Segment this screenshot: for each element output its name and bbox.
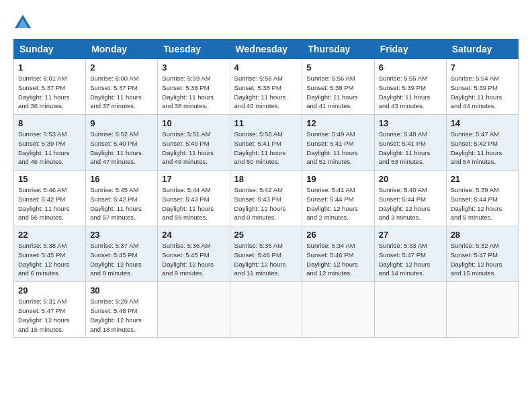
day-number: 3 [162, 62, 225, 73]
column-header-saturday: Saturday [446, 40, 518, 59]
day-number: 4 [234, 62, 298, 73]
calendar-table: SundayMondayTuesdayWednesdayThursdayFrid… [13, 39, 519, 338]
day-info: Sunrise: 5:42 AMSunset: 5:43 PMDaylight:… [234, 185, 298, 222]
calendar-cell: 25Sunrise: 5:35 AMSunset: 5:46 PMDayligh… [230, 226, 302, 282]
logo [13, 13, 35, 32]
day-info: Sunrise: 5:40 AMSunset: 5:44 PMDaylight:… [379, 185, 442, 222]
calendar-cell: 11Sunrise: 5:50 AMSunset: 5:41 PMDayligh… [230, 115, 302, 171]
day-number: 21 [451, 174, 514, 184]
calendar-cell: 17Sunrise: 5:44 AMSunset: 5:43 PMDayligh… [158, 171, 230, 226]
calendar-cell: 19Sunrise: 5:41 AMSunset: 5:44 PMDayligh… [302, 171, 374, 226]
calendar-cell: 4Sunrise: 5:58 AMSunset: 5:38 PMDaylight… [230, 59, 302, 115]
calendar-cell: 30Sunrise: 5:29 AMSunset: 5:48 PMDayligh… [86, 282, 158, 338]
calendar-cell: 14Sunrise: 5:47 AMSunset: 5:42 PMDayligh… [446, 115, 518, 171]
day-info: Sunrise: 5:53 AMSunset: 5:39 PMDaylight:… [18, 130, 81, 167]
day-number: 7 [451, 62, 514, 73]
calendar-cell: 3Sunrise: 5:59 AMSunset: 5:38 PMDaylight… [158, 59, 230, 115]
calendar-cell: 20Sunrise: 5:40 AMSunset: 5:44 PMDayligh… [374, 171, 446, 226]
calendar-week-row: 1Sunrise: 6:01 AMSunset: 5:37 PMDaylight… [14, 59, 519, 115]
calendar-cell: 28Sunrise: 5:32 AMSunset: 5:47 PMDayligh… [446, 226, 518, 282]
calendar-cell: 26Sunrise: 5:34 AMSunset: 5:46 PMDayligh… [302, 226, 374, 282]
column-header-thursday: Thursday [302, 40, 374, 59]
calendar-cell: 12Sunrise: 5:49 AMSunset: 5:41 PMDayligh… [302, 115, 374, 171]
day-number: 22 [18, 230, 81, 240]
calendar-cell [230, 282, 302, 338]
day-number: 5 [306, 62, 369, 73]
day-number: 14 [451, 118, 514, 128]
calendar-header-row: SundayMondayTuesdayWednesdayThursdayFrid… [14, 40, 519, 59]
day-info: Sunrise: 5:55 AMSunset: 5:39 PMDaylight:… [379, 74, 442, 111]
calendar-cell: 22Sunrise: 5:38 AMSunset: 5:45 PMDayligh… [14, 226, 86, 282]
day-info: Sunrise: 5:33 AMSunset: 5:47 PMDaylight:… [379, 241, 442, 278]
calendar-cell [374, 282, 446, 338]
column-header-wednesday: Wednesday [230, 40, 302, 59]
day-number: 24 [162, 230, 225, 240]
calendar-week-row: 22Sunrise: 5:38 AMSunset: 5:45 PMDayligh… [14, 226, 519, 282]
day-info: Sunrise: 5:31 AMSunset: 5:47 PMDaylight:… [18, 297, 81, 334]
calendar-cell [158, 282, 230, 338]
calendar-cell: 15Sunrise: 5:46 AMSunset: 5:42 PMDayligh… [14, 171, 86, 226]
day-number: 8 [18, 118, 81, 128]
day-number: 30 [90, 285, 153, 295]
day-info: Sunrise: 5:37 AMSunset: 5:45 PMDaylight:… [90, 241, 153, 278]
day-info: Sunrise: 5:58 AMSunset: 5:38 PMDaylight:… [234, 74, 298, 111]
day-number: 17 [162, 174, 225, 184]
day-number: 29 [18, 285, 81, 295]
calendar-cell: 29Sunrise: 5:31 AMSunset: 5:47 PMDayligh… [14, 282, 86, 338]
day-number: 11 [234, 118, 298, 128]
calendar-cell [446, 282, 518, 338]
day-info: Sunrise: 5:48 AMSunset: 5:41 PMDaylight:… [379, 130, 442, 167]
day-number: 20 [379, 174, 442, 184]
day-info: Sunrise: 5:35 AMSunset: 5:46 PMDaylight:… [234, 241, 298, 278]
day-number: 13 [379, 118, 442, 128]
calendar-cell [302, 282, 374, 338]
day-number: 27 [379, 230, 442, 240]
calendar-cell: 10Sunrise: 5:51 AMSunset: 5:40 PMDayligh… [158, 115, 230, 171]
day-number: 10 [162, 118, 225, 128]
calendar-cell: 1Sunrise: 6:01 AMSunset: 5:37 PMDaylight… [14, 59, 86, 115]
day-number: 18 [234, 174, 298, 184]
day-number: 1 [18, 62, 81, 73]
day-info: Sunrise: 5:56 AMSunset: 5:38 PMDaylight:… [306, 74, 369, 111]
calendar-cell: 16Sunrise: 5:45 AMSunset: 5:42 PMDayligh… [86, 171, 158, 226]
day-number: 25 [234, 230, 298, 240]
day-info: Sunrise: 5:32 AMSunset: 5:47 PMDaylight:… [451, 241, 514, 278]
day-number: 26 [306, 230, 369, 240]
day-info: Sunrise: 5:39 AMSunset: 5:44 PMDaylight:… [451, 185, 514, 222]
column-header-friday: Friday [374, 40, 446, 59]
day-info: Sunrise: 5:51 AMSunset: 5:40 PMDaylight:… [162, 130, 225, 167]
day-info: Sunrise: 5:45 AMSunset: 5:42 PMDaylight:… [90, 185, 153, 222]
calendar-cell: 8Sunrise: 5:53 AMSunset: 5:39 PMDaylight… [14, 115, 86, 171]
day-info: Sunrise: 5:52 AMSunset: 5:40 PMDaylight:… [90, 130, 153, 167]
day-info: Sunrise: 6:00 AMSunset: 5:37 PMDaylight:… [90, 74, 153, 111]
calendar-cell: 5Sunrise: 5:56 AMSunset: 5:38 PMDaylight… [302, 59, 374, 115]
day-number: 2 [90, 62, 153, 73]
day-info: Sunrise: 5:29 AMSunset: 5:48 PMDaylight:… [90, 297, 153, 334]
calendar-cell: 6Sunrise: 5:55 AMSunset: 5:39 PMDaylight… [374, 59, 446, 115]
logo-icon [13, 13, 32, 32]
day-info: Sunrise: 5:38 AMSunset: 5:45 PMDaylight:… [18, 241, 81, 278]
day-number: 12 [306, 118, 369, 128]
day-number: 6 [379, 62, 442, 73]
day-info: Sunrise: 5:44 AMSunset: 5:43 PMDaylight:… [162, 185, 225, 222]
calendar-cell: 7Sunrise: 5:54 AMSunset: 5:39 PMDaylight… [446, 59, 518, 115]
day-info: Sunrise: 5:36 AMSunset: 5:45 PMDaylight:… [162, 241, 225, 278]
day-number: 16 [90, 174, 153, 184]
page-header [13, 13, 519, 32]
calendar-cell: 9Sunrise: 5:52 AMSunset: 5:40 PMDaylight… [86, 115, 158, 171]
column-header-tuesday: Tuesday [158, 40, 230, 59]
calendar-cell: 23Sunrise: 5:37 AMSunset: 5:45 PMDayligh… [86, 226, 158, 282]
calendar-cell: 27Sunrise: 5:33 AMSunset: 5:47 PMDayligh… [374, 226, 446, 282]
day-info: Sunrise: 6:01 AMSunset: 5:37 PMDaylight:… [18, 74, 81, 111]
day-number: 19 [306, 174, 369, 184]
day-info: Sunrise: 5:49 AMSunset: 5:41 PMDaylight:… [306, 130, 369, 167]
calendar-cell: 13Sunrise: 5:48 AMSunset: 5:41 PMDayligh… [374, 115, 446, 171]
day-info: Sunrise: 5:59 AMSunset: 5:38 PMDaylight:… [162, 74, 225, 111]
day-number: 15 [18, 174, 81, 184]
column-header-sunday: Sunday [14, 40, 86, 59]
calendar-week-row: 29Sunrise: 5:31 AMSunset: 5:47 PMDayligh… [14, 282, 519, 338]
calendar-cell: 24Sunrise: 5:36 AMSunset: 5:45 PMDayligh… [158, 226, 230, 282]
calendar-week-row: 15Sunrise: 5:46 AMSunset: 5:42 PMDayligh… [14, 171, 519, 226]
day-info: Sunrise: 5:54 AMSunset: 5:39 PMDaylight:… [451, 74, 514, 111]
day-number: 28 [451, 230, 514, 240]
